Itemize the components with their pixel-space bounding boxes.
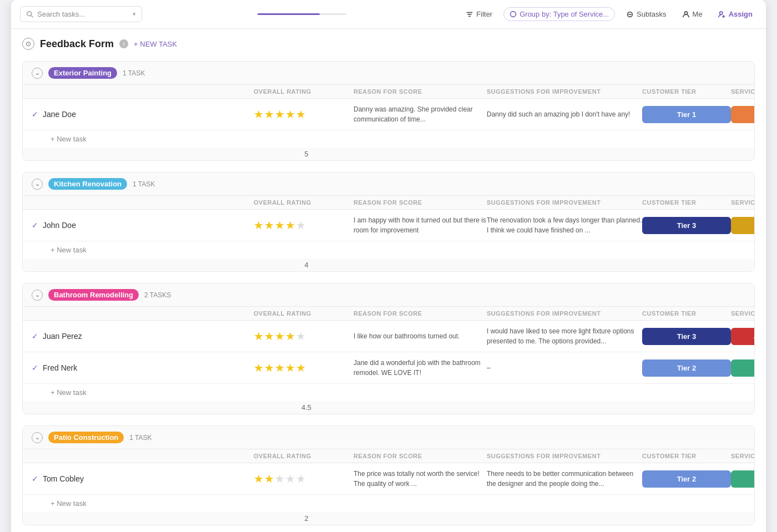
section-task-count: 1 TASK: [129, 434, 152, 442]
col-header-suggestions: SUGGESTIONS FOR IMPROVEMENT: [487, 310, 642, 317]
task-name-cell: ✓ John Doe: [32, 221, 254, 230]
col-header-rating: OVERALL RATING: [254, 199, 354, 206]
avg-value: 4: [254, 261, 354, 269]
stars: ★★★★★: [254, 219, 354, 232]
section-collapse-button[interactable]: ⌄: [32, 179, 43, 190]
star-full: ★: [264, 472, 274, 485]
section-header: ⌄ Bathroom Remodelling 2 TASKS: [23, 283, 754, 307]
provider-cell: Danny Rogers: [731, 106, 755, 123]
task-name-cell: ✓ Juan Perez: [32, 332, 254, 341]
col-header-reason: REASON FOR SCORE: [354, 88, 487, 95]
section-label: Bathroom Remodelling: [48, 289, 139, 301]
star-full: ★: [264, 361, 274, 374]
section-patio-construction: ⌄ Patio Construction 1 TASK OVERALL RATI…: [22, 425, 755, 525]
stars-cell: ★★★★★: [254, 361, 354, 374]
page-title-row: ⊙ Feedback Form i + NEW TASK: [22, 38, 755, 50]
top-bar: Search tasks... ▾ Filter Group by: Type …: [11, 0, 766, 29]
search-box[interactable]: Search tasks... ▾: [20, 6, 142, 22]
reason-text: The price was totally not worth the serv…: [354, 469, 487, 489]
avg-value: 4.5: [254, 403, 354, 412]
provider-cell: James Johnson: [731, 328, 755, 345]
info-icon[interactable]: i: [119, 39, 128, 48]
suggestion-text: The renovation took a few days longer th…: [487, 215, 642, 235]
col-headers: OVERALL RATING REASON FOR SCORE SUGGESTI…: [23, 307, 754, 321]
provider-badge: Jane Smith: [731, 470, 755, 488]
assign-label: Assign: [729, 10, 753, 18]
top-actions: Filter Group by: Type of Service... Subt…: [461, 7, 757, 21]
check-icon: ✓: [32, 363, 38, 372]
assign-button[interactable]: Assign: [714, 7, 757, 21]
search-icon: [26, 11, 34, 18]
content-area: ⊙ Feedback Form i + NEW TASK ⌄ Exterior …: [11, 29, 766, 532]
tier-badge: Tier 1: [642, 106, 731, 123]
star-empty: ★: [285, 472, 295, 485]
subtasks-button[interactable]: Subtasks: [622, 7, 670, 21]
col-header-provider: SERVICE PROVIDER: [731, 310, 755, 317]
section-task-count: 1 TASK: [133, 180, 155, 188]
provider-badge: Jane Smith: [731, 359, 755, 377]
table-row: ✓ Fred Nerk ★★★★★ Jane did a wonderful j…: [23, 352, 754, 384]
col-headers: OVERALL RATING REASON FOR SCORE SUGGESTI…: [23, 449, 754, 463]
col-header-rating: OVERALL RATING: [254, 453, 354, 459]
star-full: ★: [285, 361, 295, 374]
col-header-tier: CUSTOMER TIER: [642, 453, 731, 459]
section-task-count: 2 TASKS: [144, 291, 171, 299]
subtasks-label: Subtasks: [637, 10, 666, 18]
collapse-button[interactable]: ⊙: [22, 38, 34, 50]
star-full: ★: [275, 361, 285, 374]
section-label: Patio Construction: [48, 432, 124, 443]
section-collapse-button[interactable]: ⌄: [32, 290, 43, 301]
col-header-tier: CUSTOMER TIER: [642, 310, 731, 317]
svg-line-1: [31, 15, 33, 17]
star-full: ★: [254, 219, 264, 232]
star-full: ★: [296, 108, 306, 121]
me-button[interactable]: Me: [678, 7, 707, 21]
new-task-row[interactable]: + New task: [23, 241, 754, 259]
new-task-row[interactable]: + New task: [23, 384, 754, 401]
section-collapse-button[interactable]: ⌄: [32, 68, 43, 79]
col-header-rating: OVERALL RATING: [254, 310, 354, 317]
subtasks-icon: [626, 11, 634, 18]
task-name: Jane Doe: [43, 110, 76, 119]
col-header-reason: REASON FOR SCORE: [354, 453, 487, 459]
group-by-button[interactable]: Group by: Type of Service...: [503, 7, 615, 21]
section-bathroom-remodelling: ⌄ Bathroom Remodelling 2 TASKS OVERALL R…: [22, 283, 755, 414]
new-task-row[interactable]: + New task: [23, 130, 754, 148]
section-label: Kitchen Renovation: [48, 178, 127, 190]
new-task-row[interactable]: + New task: [23, 495, 754, 512]
section-label: Exterior Painting: [48, 67, 117, 79]
col-header-reason: REASON FOR SCORE: [354, 199, 487, 206]
section-collapse-button[interactable]: ⌄: [32, 432, 43, 443]
table-row: ✓ John Doe ★★★★★ I am happy with how it …: [23, 210, 754, 241]
star-full: ★: [264, 219, 274, 232]
avg-value: 2: [254, 514, 354, 523]
suggestion-text: There needs to be better communication b…: [487, 469, 642, 489]
star-full: ★: [296, 361, 306, 374]
section-header: ⌄ Exterior Painting 1 TASK: [23, 62, 754, 85]
page-title: Feedback Form: [40, 38, 114, 50]
section-header: ⌄ Patio Construction 1 TASK: [23, 426, 754, 449]
task-name: Juan Perez: [43, 332, 82, 341]
avg-row: 2: [23, 512, 754, 525]
section-header: ⌄ Kitchen Renovation 1 TASK: [23, 173, 754, 196]
filter-button[interactable]: Filter: [461, 7, 497, 21]
col-header-tier: CUSTOMER TIER: [642, 199, 731, 206]
tier-badge: Tier 3: [642, 328, 731, 345]
star-full: ★: [254, 472, 264, 485]
check-icon: ✓: [32, 110, 38, 119]
svg-point-0: [27, 11, 32, 16]
progress-bar-wrap: [147, 13, 457, 15]
new-task-link[interactable]: + NEW TASK: [134, 40, 177, 48]
filter-icon: [466, 11, 473, 18]
section-kitchen-renovation: ⌄ Kitchen Renovation 1 TASK OVERALL RATI…: [22, 172, 755, 272]
check-icon: ✓: [32, 474, 38, 483]
star-full: ★: [285, 219, 295, 232]
star-empty: ★: [275, 472, 285, 485]
sections-container: ⌄ Exterior Painting 1 TASK OVERALL RATIN…: [22, 61, 755, 525]
star-full: ★: [264, 330, 274, 343]
star-full: ★: [264, 108, 274, 121]
col-header-provider: SERVICE PROVIDER: [731, 453, 755, 459]
provider-cell: Jane Smith: [731, 359, 755, 377]
reason-text: Jane did a wonderful job with the bathro…: [354, 358, 487, 378]
avg-value: 5: [254, 150, 354, 158]
